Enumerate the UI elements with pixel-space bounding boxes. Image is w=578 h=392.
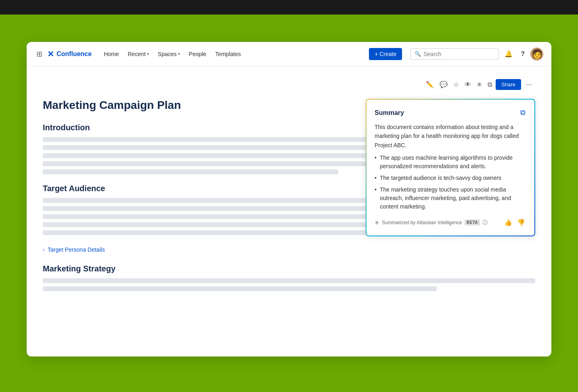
create-button[interactable]: + Create (369, 48, 402, 60)
watch-button[interactable]: 👁 (463, 79, 473, 90)
list-item: • The marketing strategy touches upon so… (375, 186, 526, 211)
search-input[interactable] (423, 51, 494, 57)
summary-header: Summary ⧉ (375, 108, 526, 118)
summary-copy-button[interactable]: ⧉ (519, 108, 526, 118)
app-window: ⊞ ✕ Confluence Home Recent ▾ Spaces ▾ Pe… (27, 42, 551, 357)
feedback-buttons: 👍 👎 (503, 217, 526, 227)
beta-badge: BETA (465, 219, 480, 225)
outer-background: ⊞ ✕ Confluence Home Recent ▾ Spaces ▾ Pe… (0, 15, 578, 392)
chevron-down-icon: ▾ (147, 52, 149, 56)
more-options-button[interactable]: ··· (523, 78, 535, 91)
navbar: ⊞ ✕ Confluence Home Recent ▾ Spaces ▾ Pe… (27, 42, 551, 66)
nav-people[interactable]: People (185, 48, 211, 60)
comment-button[interactable]: 💬 (438, 79, 450, 90)
logo-x-icon: ✕ (47, 49, 54, 59)
content-area: ✏️ 💬 ☆ 👁 ✳ ⧉ Share ··· (27, 66, 551, 357)
comment-icon: 💬 (440, 81, 448, 88)
search-icon: 🔍 (415, 51, 421, 57)
edit-icon: ✏️ (426, 81, 434, 88)
search-box[interactable]: 🔍 (410, 48, 499, 60)
thumbs-up-button[interactable]: 👍 (503, 217, 513, 227)
placeholder-line (43, 278, 535, 283)
summary-card: Summary ⧉ This document contains informa… (366, 99, 535, 236)
bullet-icon: • (375, 186, 377, 211)
logo-text: Confluence (57, 50, 92, 58)
nav-links: Home Recent ▾ Spaces ▾ People Templates (100, 48, 364, 60)
summary-body: This document contains information about… (375, 123, 526, 211)
ai-sparkle-icon: ✳ (375, 219, 379, 226)
nav-right-controls: 🔍 🔔 ? 🧑 (410, 48, 543, 60)
toolbar-row: ✏️ 💬 ☆ 👁 ✳ ⧉ Share ··· (43, 78, 535, 91)
nav-templates[interactable]: Templates (211, 48, 245, 60)
star-button[interactable]: ☆ (451, 79, 461, 90)
list-item: • The app uses machine learning algorith… (375, 154, 526, 171)
summary-footer: ✳ Summarized by Atlassian Intelligence B… (375, 217, 526, 227)
ai-sparkle-icon: ✳ (477, 81, 482, 88)
bullet-text: The app uses machine learning algorithms… (380, 154, 526, 171)
expand-label: Target Persona Details (48, 246, 105, 253)
avatar-image: 🧑 (532, 49, 542, 59)
placeholder-line (43, 169, 338, 174)
notifications-button[interactable]: 🔔 (502, 48, 515, 60)
grid-icon[interactable]: ⊞ (35, 48, 44, 60)
nav-spaces[interactable]: Spaces ▾ (154, 48, 184, 60)
confluence-logo[interactable]: ✕ Confluence (47, 49, 92, 59)
help-icon: ? (521, 50, 525, 58)
top-bar (0, 0, 578, 15)
summary-bullets: • The app uses machine learning algorith… (375, 154, 526, 211)
bullet-icon: • (375, 174, 377, 182)
edit-button[interactable]: ✏️ (424, 79, 436, 90)
document-layout: Marketing Campaign Plan Introduction Tar… (43, 99, 535, 301)
list-item: • The targeted audience is tech-savvy do… (375, 174, 526, 182)
chevron-right-icon: › (43, 247, 44, 252)
bullet-text: The targeted audience is tech-savvy dog … (380, 174, 501, 182)
nav-home[interactable]: Home (100, 48, 123, 60)
share-button[interactable]: Share (496, 79, 521, 90)
section-marketing-strategy-heading: Marketing Strategy (43, 264, 535, 273)
summarized-by-text: Summarized by Atlassian Intelligence (382, 220, 462, 225)
link-copy-icon: ⧉ (488, 81, 492, 88)
chevron-down-icon: ▾ (178, 52, 180, 56)
eye-icon: 👁 (465, 81, 471, 88)
copy-link-button[interactable]: ⧉ (486, 79, 494, 90)
avatar[interactable]: 🧑 (530, 48, 543, 60)
summarized-by-label: ✳ Summarized by Atlassian Intelligence B… (375, 219, 488, 226)
info-icon[interactable]: ⓘ (482, 219, 488, 226)
marketing-strategy-content (43, 278, 535, 291)
summary-title: Summary (375, 109, 404, 117)
bell-icon: 🔔 (505, 50, 513, 58)
expand-target-persona[interactable]: › Target Persona Details (43, 245, 535, 254)
bullet-text: The marketing strategy touches upon soci… (380, 186, 526, 211)
thumbs-down-button[interactable]: 👎 (516, 217, 526, 227)
ai-button[interactable]: ✳ (475, 79, 484, 90)
star-icon: ☆ (453, 81, 459, 88)
nav-recent[interactable]: Recent ▾ (124, 48, 153, 60)
thumbs-up-icon: 👍 (504, 219, 512, 226)
ellipsis-icon: ··· (526, 80, 532, 88)
thumbs-down-icon: 👎 (517, 219, 525, 226)
bullet-icon: • (375, 154, 377, 171)
help-button[interactable]: ? (518, 48, 527, 60)
summary-intro-text: This document contains information about… (375, 123, 526, 150)
placeholder-line (43, 286, 437, 291)
